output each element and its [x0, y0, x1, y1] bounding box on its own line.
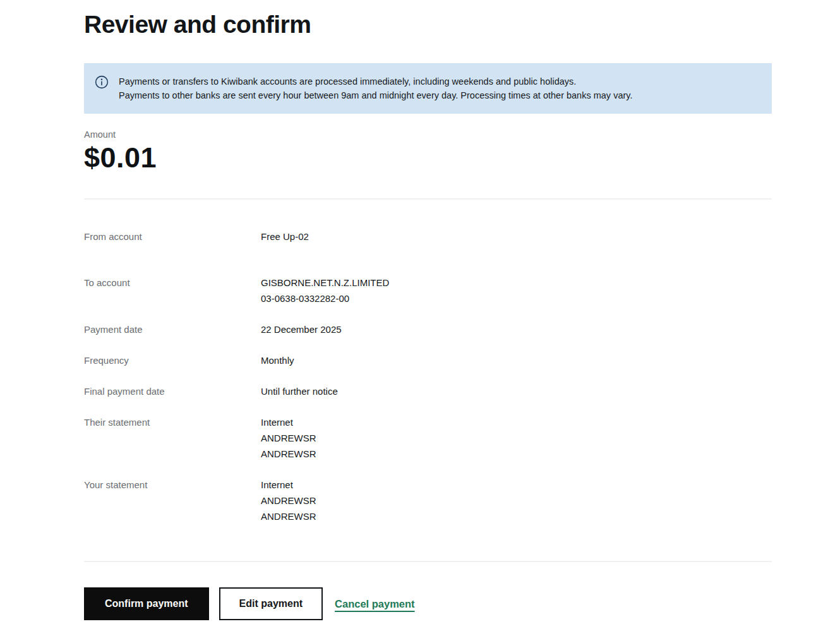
to-account-number: 03-0638-0332282-00 [261, 291, 389, 306]
frequency-label: Frequency [84, 352, 261, 368]
payment-details: From account Free Up-02 To account GISBO… [84, 229, 772, 524]
action-bar: Confirm payment Edit payment Cancel paym… [84, 587, 772, 620]
notice-line-1: Payments or transfers to Kiwibank accoun… [119, 75, 632, 88]
their-statement-line-1: Internet [261, 414, 316, 430]
info-icon [95, 75, 109, 89]
detail-row-payment-date: Payment date 22 December 2025 [84, 321, 772, 337]
notice-text: Payments or transfers to Kiwibank accoun… [119, 75, 632, 102]
their-statement-value: Internet ANDREWSR ANDREWSR [261, 414, 316, 462]
your-statement-line-2: ANDREWSR [261, 493, 316, 508]
final-payment-date-value: Until further notice [261, 383, 338, 399]
detail-row-final-payment-date: Final payment date Until further notice [84, 383, 772, 399]
your-statement-value: Internet ANDREWSR ANDREWSR [261, 477, 316, 524]
page-title: Review and confirm [84, 10, 772, 39]
detail-row-frequency: Frequency Monthly [84, 352, 772, 368]
detail-row-your-statement: Your statement Internet ANDREWSR ANDREWS… [84, 477, 772, 524]
from-account-label: From account [84, 229, 261, 244]
divider-bottom [84, 561, 772, 562]
to-account-value: GISBORNE.NET.N.Z.LIMITED 03-0638-0332282… [261, 275, 389, 306]
cancel-payment-link[interactable]: Cancel payment [335, 598, 415, 610]
amount-label: Amount [84, 129, 772, 140]
your-statement-line-3: ANDREWSR [261, 508, 316, 524]
detail-row-from-account: From account Free Up-02 [84, 229, 772, 244]
payment-date-label: Payment date [84, 321, 261, 337]
detail-row-to-account: To account GISBORNE.NET.N.Z.LIMITED 03-0… [84, 275, 772, 306]
their-statement-line-3: ANDREWSR [261, 446, 316, 462]
notice-line-2: Payments to other banks are sent every h… [119, 88, 632, 102]
frequency-text: Monthly [261, 352, 294, 368]
frequency-value: Monthly [261, 352, 294, 368]
their-statement-label: Their statement [84, 414, 261, 462]
payment-date-text: 22 December 2025 [261, 321, 342, 337]
from-account-value: Free Up-02 [261, 229, 309, 244]
divider-top [84, 198, 772, 200]
review-confirm-page: Review and confirm Payments or transfers… [84, 10, 772, 620]
final-payment-date-text: Until further notice [261, 383, 338, 399]
detail-row-their-statement: Their statement Internet ANDREWSR ANDREW… [84, 414, 772, 462]
edit-payment-button[interactable]: Edit payment [219, 587, 323, 620]
to-account-label: To account [84, 275, 261, 306]
processing-info-banner: Payments or transfers to Kiwibank accoun… [84, 63, 772, 114]
confirm-payment-button[interactable]: Confirm payment [84, 587, 209, 620]
payment-date-value: 22 December 2025 [261, 321, 342, 337]
their-statement-line-2: ANDREWSR [261, 430, 316, 446]
from-account-name: Free Up-02 [261, 229, 309, 244]
your-statement-label: Your statement [84, 477, 261, 524]
amount-value: $0.01 [84, 143, 772, 173]
final-payment-date-label: Final payment date [84, 383, 261, 399]
your-statement-line-1: Internet [261, 477, 316, 493]
to-account-name: GISBORNE.NET.N.Z.LIMITED [261, 275, 389, 291]
